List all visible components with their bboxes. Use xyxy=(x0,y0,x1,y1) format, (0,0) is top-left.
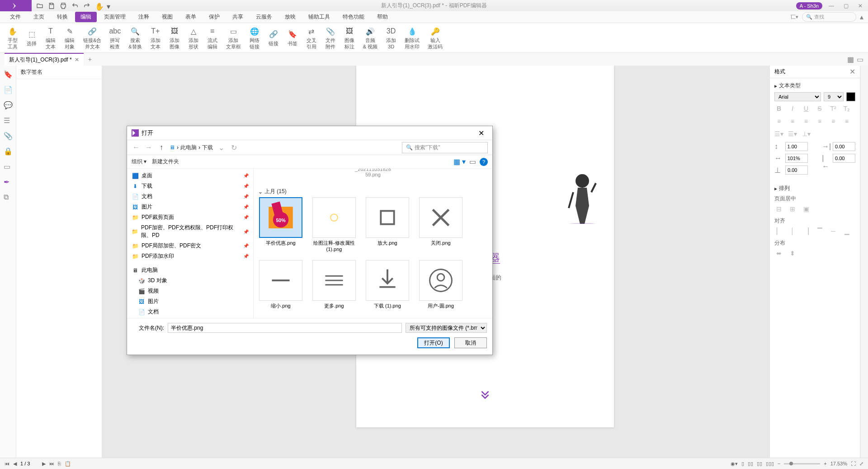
ribbon-书签[interactable]: 🔖书签 xyxy=(283,25,302,51)
ribbon-图像标注[interactable]: 🖼图像 标注 xyxy=(340,25,359,51)
file-item[interactable]: 放大.png xyxy=(365,197,410,252)
user-badge[interactable]: A - Sh3n xyxy=(796,2,822,9)
fit-page-icon[interactable]: ⤢ xyxy=(859,461,863,467)
tree-item-下载[interactable]: ⬇下载📌 xyxy=(127,181,253,191)
menu-特色功能[interactable]: 特色功能 xyxy=(337,12,370,22)
nav-forward-icon[interactable]: → xyxy=(144,143,153,152)
strikethrough-icon[interactable]: S xyxy=(815,104,824,113)
font-size-select[interactable]: 9 xyxy=(824,92,844,101)
open-icon[interactable] xyxy=(36,2,43,9)
copy-icon[interactable]: ⎘ xyxy=(58,461,61,466)
align-b-icon[interactable]: ▁ xyxy=(842,227,851,236)
tab-close-icon[interactable]: ✕ xyxy=(75,57,79,63)
ribbon-添加文本[interactable]: T+添加 文本 xyxy=(146,25,165,51)
menu-辅助工具[interactable]: 辅助工具 xyxy=(303,12,335,22)
menu-保护[interactable]: 保护 xyxy=(203,12,225,22)
filename-input[interactable] xyxy=(168,323,402,333)
font-select[interactable]: Arial xyxy=(774,92,821,101)
path-dropdown-icon[interactable]: ⌄ xyxy=(217,143,226,152)
more-icon[interactable]: ⧉ xyxy=(4,193,13,202)
menu-页面管理[interactable]: 页面管理 xyxy=(99,12,131,22)
ribbon-删除试用水印[interactable]: 💧删除试 用水印 xyxy=(401,25,423,51)
dialog-close-button[interactable]: ✕ xyxy=(474,128,488,138)
pin-icon[interactable]: 📌 xyxy=(243,204,249,209)
pin-icon[interactable]: 📌 xyxy=(243,215,249,220)
redo-icon[interactable] xyxy=(83,2,90,9)
qat-dropdown-icon[interactable]: ▾ xyxy=(107,2,114,9)
scale-input[interactable] xyxy=(785,154,808,163)
ribbon-添加3D[interactable]: 3D添加 3D xyxy=(382,25,400,51)
vertical-scrollbar[interactable] xyxy=(861,66,868,458)
line-spacing-input[interactable] xyxy=(785,142,808,151)
font-color-swatch[interactable] xyxy=(846,92,855,101)
file-item[interactable]: 缩小.png xyxy=(258,260,303,309)
add-tab-button[interactable]: + xyxy=(88,56,92,63)
refresh-icon[interactable]: ↻ xyxy=(229,143,238,152)
layers-icon[interactable]: ☰ xyxy=(4,116,13,125)
help-icon[interactable]: ? xyxy=(480,158,488,166)
last-page-icon[interactable]: ⏭ xyxy=(49,461,54,466)
app-logo[interactable] xyxy=(0,0,32,11)
menu-表单[interactable]: 表单 xyxy=(180,12,202,22)
center-v-icon[interactable]: ⊞ xyxy=(788,204,797,213)
ribbon-编辑文本[interactable]: T编辑 文本 xyxy=(42,25,60,51)
ribbon-网络链接[interactable]: 🌐网络 链接 xyxy=(245,25,264,51)
tree-item-图片[interactable]: 🖼图片 xyxy=(127,296,253,307)
fields-icon[interactable]: ▭ xyxy=(4,162,13,171)
align-l-icon[interactable]: ▏ xyxy=(774,227,783,236)
ribbon-搜索&替换[interactable]: 🔍搜索 &替换 xyxy=(125,25,145,51)
align-c-icon[interactable]: │ xyxy=(788,227,797,236)
preview-pane-button[interactable]: ▭ xyxy=(469,157,476,166)
page-input[interactable] xyxy=(20,461,38,466)
pages-icon[interactable]: 📄 xyxy=(4,85,13,95)
zoom-slider[interactable] xyxy=(784,463,820,464)
list-number-icon[interactable]: ☰▾ xyxy=(788,129,797,138)
tree-item-桌面[interactable]: 🟦桌面📌 xyxy=(127,171,253,181)
ribbon-选择[interactable]: ⬚选择 xyxy=(23,25,41,51)
file-item[interactable]: 用户-圆.png xyxy=(418,260,463,309)
ribbon-编辑对象[interactable]: ✎编辑 对象 xyxy=(61,25,79,51)
close-button[interactable]: ✕ xyxy=(855,2,866,9)
menu-视图[interactable]: 视图 xyxy=(156,12,178,22)
format-close-icon[interactable]: ✕ xyxy=(849,67,855,76)
menu-注释[interactable]: 注释 xyxy=(133,12,155,22)
superscript-icon[interactable]: T² xyxy=(829,104,838,113)
menu-帮助[interactable]: 帮助 xyxy=(372,12,393,22)
align-justify-icon[interactable]: ≡ xyxy=(815,117,824,126)
tree-item-PDF局部加密、PDF密文[interactable]: 📁PDF局部加密、PDF密文📌 xyxy=(127,241,253,251)
attachments-icon[interactable]: 📎 xyxy=(4,132,13,141)
pin-icon[interactable]: 📌 xyxy=(243,229,249,234)
align-left-icon[interactable]: ≡ xyxy=(774,117,783,126)
ribbon-音频& 视频[interactable]: 🔊音频 & 视频 xyxy=(359,25,381,51)
pin-icon[interactable]: 📌 xyxy=(243,194,249,199)
spacing-input[interactable] xyxy=(833,154,855,163)
ribbon-链接[interactable]: 🔗链接 xyxy=(264,25,283,51)
tree-item-3D 对象[interactable]: 🎲3D 对象 xyxy=(127,275,253,286)
menu-转换[interactable]: 转换 xyxy=(52,12,73,22)
zoom-in-icon[interactable]: + xyxy=(824,461,826,466)
first-page-icon[interactable]: ⏮ xyxy=(5,461,9,466)
group-label[interactable]: ⌄ 上月 (15) xyxy=(258,188,488,195)
pin-icon[interactable]: 📌 xyxy=(243,173,249,178)
tree-item-图片[interactable]: 🖼图片📌 xyxy=(127,202,253,212)
dist-h-icon[interactable]: ⬌ xyxy=(774,249,783,258)
tree-item-PDF裁剪页面[interactable]: 📁PDF裁剪页面📌 xyxy=(127,212,253,223)
signature-icon[interactable]: ✒ xyxy=(4,178,13,187)
align-m-icon[interactable]: ─ xyxy=(829,227,838,236)
document-tab[interactable]: 新人引导(1)_OCR(3).pdf * ✕ xyxy=(5,53,84,66)
facing-icon[interactable]: ▯▯ xyxy=(757,461,762,467)
minimize-button[interactable]: — xyxy=(826,2,837,9)
zoom-out-icon[interactable]: − xyxy=(778,461,780,466)
filter-select[interactable]: 所有可支持的图像文件 (*.bmp xyxy=(406,323,487,333)
view-mode-button[interactable]: ▦ ▾ xyxy=(453,157,466,166)
cancel-button[interactable]: 取消 xyxy=(454,337,487,348)
view-page-icon[interactable]: ▭ xyxy=(857,55,863,64)
ribbon-添加文章框[interactable]: ▭添加 文章框 xyxy=(222,25,245,51)
tree-item-PDF加密、PDF文档权限、PDF打印权限、PD[interactable]: 📁PDF加密、PDF文档权限、PDF打印权限、PD📌 xyxy=(127,223,253,241)
new-folder-button[interactable]: 新建文件夹 xyxy=(152,158,179,166)
tree-item-PDF添加水印[interactable]: 📁PDF添加水印📌 xyxy=(127,251,253,261)
tree-item-下载[interactable]: ⬇下载 xyxy=(127,317,253,318)
dialog-search[interactable]: 🔍 搜索"下载" xyxy=(402,142,488,153)
align-right-icon[interactable]: ≡ xyxy=(802,117,811,126)
prev-page-icon[interactable]: ◀ xyxy=(13,461,17,467)
